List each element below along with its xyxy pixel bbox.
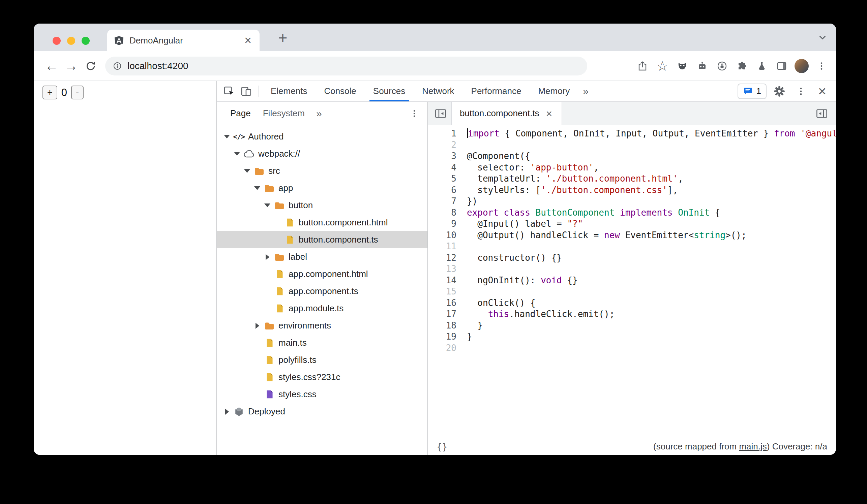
editor-tab-button-component-ts[interactable]: button.component.ts × [451, 102, 562, 125]
tree-item-environments[interactable]: environments [217, 317, 427, 334]
tree-item-authored[interactable]: </>Authored [217, 128, 427, 145]
code-line[interactable]: styleUrls: ['./button.component.css'], [467, 185, 836, 196]
code-line[interactable] [467, 140, 836, 151]
new-tab-button[interactable]: + [274, 29, 292, 47]
line-number[interactable]: 1 [428, 128, 457, 140]
navigator-tab-filesystem[interactable]: Filesystem [257, 102, 311, 125]
tree-item-button[interactable]: button [217, 197, 427, 214]
line-number[interactable]: 13 [428, 263, 457, 275]
code-line[interactable]: @Output() handleClick = new EventEmitter… [467, 230, 836, 241]
tree-item-app-component-ts[interactable]: app.component.ts [217, 283, 427, 300]
forward-button[interactable]: → [61, 56, 81, 76]
pretty-print-button[interactable]: {} [437, 441, 448, 452]
line-number[interactable]: 9 [428, 218, 457, 230]
line-number[interactable]: 20 [428, 343, 457, 354]
extension-flask-icon[interactable] [754, 58, 770, 74]
reload-button[interactable] [81, 56, 100, 76]
tree-item-main-ts[interactable]: main.ts [217, 334, 427, 351]
tree-item-app-module-ts[interactable]: app.module.ts [217, 300, 427, 317]
back-button[interactable]: ← [42, 56, 61, 76]
code-line[interactable] [467, 263, 836, 275]
tree-item-label[interactable]: label [217, 248, 427, 265]
line-number[interactable]: 19 [428, 331, 457, 343]
code-line[interactable]: templateUrl: './button.component.html', [467, 173, 836, 185]
site-info-icon[interactable] [113, 61, 122, 71]
tree-item-styles-css-231c[interactable]: styles.css?231c [217, 369, 427, 386]
line-number[interactable]: 15 [428, 286, 457, 297]
code-line[interactable]: } [467, 320, 836, 331]
line-number[interactable]: 10 [428, 230, 457, 241]
close-window-button[interactable] [53, 37, 61, 45]
decrement-button[interactable]: - [71, 86, 84, 99]
code-area[interactable]: 1234567891011121314151617181920 import {… [428, 125, 836, 438]
tree-item-button-component-ts[interactable]: button.component.ts [217, 231, 427, 248]
tree-item-webpack[interactable]: webpack:// [217, 145, 427, 162]
line-number[interactable]: 14 [428, 275, 457, 286]
device-toolbar-icon[interactable] [238, 83, 255, 100]
devtools-menu-icon[interactable] [792, 83, 810, 100]
tab-elements[interactable]: Elements [262, 81, 315, 101]
close-devtools-icon[interactable]: × [814, 83, 831, 100]
line-number[interactable]: 2 [428, 140, 457, 151]
url-text[interactable]: localhost:4200 [127, 61, 189, 72]
more-panels-icon[interactable]: » [578, 86, 593, 97]
tree-item-button-component-html[interactable]: button.component.html [217, 214, 427, 231]
tab-network[interactable]: Network [414, 81, 462, 101]
tab-performance[interactable]: Performance [463, 81, 530, 101]
address-bar[interactable]: localhost:4200 [105, 57, 587, 76]
code-line[interactable] [467, 241, 836, 252]
tree-disclosure-icon[interactable] [252, 323, 263, 329]
browser-menu-icon[interactable] [814, 58, 829, 74]
navigator-tab-page[interactable]: Page [224, 102, 257, 125]
code-content[interactable]: import { Component, OnInit, Input, Outpu… [462, 125, 836, 438]
line-number[interactable]: 3 [428, 151, 457, 162]
console-messages-button[interactable]: 1 [738, 84, 767, 99]
code-line[interactable]: constructor() {} [467, 252, 836, 264]
line-number[interactable]: 11 [428, 241, 457, 252]
extensions-puzzle-icon[interactable] [734, 58, 750, 74]
tree-disclosure-icon[interactable] [232, 152, 242, 156]
tree-item-polyfills-ts[interactable]: polyfills.ts [217, 351, 427, 369]
extension-mask-icon[interactable] [675, 58, 690, 74]
tree-disclosure-icon[interactable] [222, 409, 232, 415]
extension-robot-icon[interactable] [694, 58, 710, 74]
tab-sources[interactable]: Sources [365, 81, 414, 101]
code-line[interactable] [467, 286, 836, 297]
line-number[interactable]: 17 [428, 309, 457, 320]
tab-close-icon[interactable]: × [243, 34, 253, 46]
collapse-debugger-sidebar-icon[interactable] [812, 104, 831, 123]
tree-item-deployed[interactable]: Deployed [217, 403, 427, 420]
bookmark-star-icon[interactable]: ☆ [655, 58, 670, 74]
code-line[interactable]: @Input() label = "?" [467, 218, 836, 230]
minimize-window-button[interactable] [67, 37, 75, 45]
code-line[interactable] [467, 343, 836, 354]
code-line[interactable]: this.handleClick.emit(); [467, 309, 836, 320]
tree-disclosure-icon[interactable] [262, 254, 273, 260]
line-number[interactable]: 4 [428, 162, 457, 174]
tree-disclosure-icon[interactable] [262, 204, 273, 207]
code-line[interactable]: export class ButtonComponent implements … [467, 207, 836, 219]
tab-search-chevron-icon[interactable] [818, 34, 826, 43]
line-number[interactable]: 8 [428, 207, 457, 219]
line-number[interactable]: 12 [428, 252, 457, 264]
tab-console[interactable]: Console [315, 81, 364, 101]
line-number[interactable]: 7 [428, 196, 457, 207]
more-navigator-tabs-icon[interactable]: » [311, 108, 327, 119]
code-line[interactable]: selector: 'app-button', [467, 162, 836, 174]
settings-gear-icon[interactable] [771, 83, 788, 100]
editor-tab-close-icon[interactable]: × [545, 108, 554, 119]
side-panel-icon[interactable] [774, 58, 790, 74]
tree-disclosure-icon[interactable] [242, 169, 253, 173]
navigator-menu-icon[interactable] [407, 106, 422, 121]
inspect-element-icon[interactable] [220, 83, 238, 100]
line-number[interactable]: 5 [428, 173, 457, 185]
share-icon[interactable] [635, 58, 650, 74]
browser-tab-demoangular[interactable]: DemoAngular × [107, 30, 259, 51]
code-line[interactable]: }) [467, 196, 836, 207]
code-line[interactable]: import { Component, OnInit, Input, Outpu… [467, 128, 836, 140]
code-line[interactable]: ngOnInit(): void {} [467, 275, 836, 286]
code-line[interactable]: } [467, 331, 836, 343]
line-number[interactable]: 6 [428, 185, 457, 196]
tree-item-src[interactable]: src [217, 162, 427, 179]
tree-item-styles-css[interactable]: styles.css [217, 386, 427, 403]
